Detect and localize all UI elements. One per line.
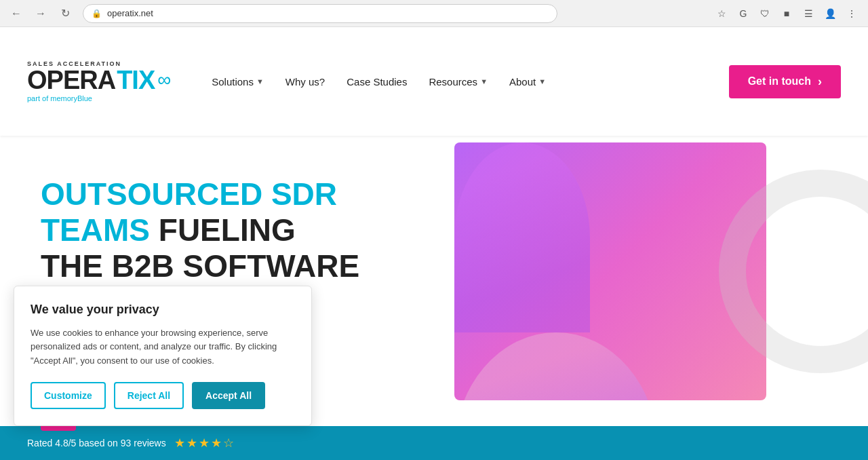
hero-image <box>454 136 868 460</box>
site-header: SALES ACCELERATION OPERATIX∞ part of mem… <box>0 27 868 136</box>
nav-case-studies[interactable]: Case Studies <box>347 76 407 88</box>
nav-solutions[interactable]: Solutions ▼ <box>212 76 264 88</box>
customize-button[interactable]: Customize <box>31 382 106 409</box>
solutions-chevron: ▼ <box>256 77 264 85</box>
cookie-buttons: Customize Reject All Accept All <box>31 382 295 409</box>
nav-why-us[interactable]: Why us? <box>285 76 325 88</box>
address-bar[interactable]: 🔒 operatix.net <box>83 4 557 23</box>
site-wrapper: SALES ACCELERATION OPERATIX∞ part of mem… <box>0 27 868 460</box>
about-chevron: ▼ <box>538 77 546 85</box>
reload-button[interactable]: ↻ <box>56 4 75 23</box>
cookie-banner: We value your privacy We use cookies to … <box>14 286 312 426</box>
logo-infinity: ∞ <box>157 71 171 90</box>
profile-icon[interactable]: 👤 <box>821 4 840 23</box>
logo-tix: TIX <box>117 67 155 93</box>
site-nav: Solutions ▼ Why us? Case Studies Resourc… <box>212 76 728 88</box>
logo-main: OPERATIX∞ <box>27 67 171 93</box>
cookie-text: We use cookies to enhance your browsing … <box>31 326 295 368</box>
menu-button[interactable]: ⋮ <box>842 4 861 23</box>
lock-icon: 🔒 <box>92 9 102 18</box>
nav-resources[interactable]: Resources ▼ <box>429 76 488 88</box>
cookie-title: We value your privacy <box>31 303 295 317</box>
browser-chrome: ← → ↻ 🔒 operatix.net ☆ G 🛡 ■ ☰ 👤 ⋮ <box>0 0 868 27</box>
logo-area: SALES ACCELERATION OPERATIX∞ part of mem… <box>27 60 171 102</box>
back-button[interactable]: ← <box>7 4 26 23</box>
accept-all-button[interactable]: Accept All <box>192 382 265 409</box>
extensions-button[interactable]: ■ <box>777 4 796 23</box>
shield-icon[interactable]: 🛡 <box>755 4 774 23</box>
browser-actions: ☆ G 🛡 ■ ☰ 👤 ⋮ <box>712 4 861 23</box>
get-in-touch-button[interactable]: Get in touch › <box>729 65 841 98</box>
logo-sub: part of memoryBlue <box>27 94 171 102</box>
url-text: operatix.net <box>107 8 153 18</box>
sidebar-button[interactable]: ☰ <box>799 4 818 23</box>
forward-button[interactable]: → <box>31 4 50 23</box>
cta-arrow-icon: › <box>818 75 822 89</box>
nav-about[interactable]: About ▼ <box>509 76 546 88</box>
reject-all-button[interactable]: Reject All <box>114 382 184 409</box>
hero-section: OUTSOURCED SDR TEAMS FUELING THE B2B SOF… <box>0 136 868 460</box>
grammarly-icon[interactable]: G <box>734 4 753 23</box>
resources-chevron: ▼ <box>480 77 488 85</box>
bookmark-button[interactable]: ☆ <box>712 4 731 23</box>
logo-opera: OPERA <box>27 67 115 93</box>
